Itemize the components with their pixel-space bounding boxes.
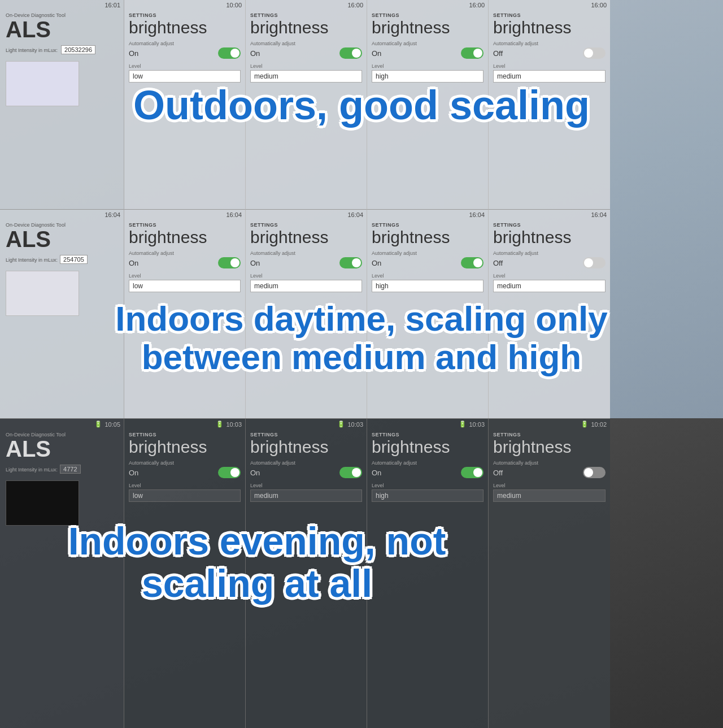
brightness-title-r1c4: brightness (372, 18, 484, 37)
auto-value-r3c2: On (129, 469, 138, 477)
level-value-r1c5: medium (493, 70, 606, 83)
auto-value-r2c4: On (372, 259, 381, 267)
toggle-r1c2[interactable] (218, 47, 241, 59)
level-value-r3c5: medium (493, 489, 606, 502)
toggle-r1c4[interactable] (461, 47, 484, 59)
als-title-r3c1: ALS (6, 437, 118, 460)
toggle-r2c2[interactable] (218, 257, 241, 268)
settings-panel-r2c3: 16:04 SETTINGS brightness Automatically … (246, 209, 367, 418)
settings-panel-r1c5: 16:00 SETTINGS brightness Automatically … (489, 0, 610, 209)
toggle-r3c2[interactable] (218, 467, 241, 478)
settings-panel-r3c2: 🔋 10:03 SETTINGS brightness Automaticall… (124, 418, 246, 728)
level-value-r1c3: medium (250, 70, 362, 83)
level-label-r1c5: Level (493, 63, 606, 69)
toggle-r3c4[interactable] (461, 467, 484, 478)
lux-label-r2c1: Light Intensity in mLux: (6, 257, 58, 263)
brightness-title-r1c2: brightness (129, 18, 241, 37)
auto-label-r1c5: Automatically adjust (493, 41, 606, 46)
toggle-r2c4[interactable] (461, 257, 484, 268)
brightness-title-r3c5: brightness (493, 437, 606, 457)
auto-value-r1c2: On (129, 49, 138, 58)
als-title-r2c1: ALS (6, 228, 118, 250)
battery-icon-r3c3: 🔋 (337, 421, 345, 428)
settings-label-r3c5: SETTINGS (493, 432, 606, 437)
auto-label-r1c4: Automatically adjust (372, 41, 484, 46)
auto-value-r3c3: On (250, 469, 260, 477)
als-panel-r1c1: 16:01 On-Device Diagnostic Tool ALS Ligh… (0, 0, 124, 209)
battery-icon-r3c4: 🔋 (459, 421, 467, 428)
time-r1c1: 16:01 (104, 2, 120, 8)
toggle-r2c3[interactable] (339, 257, 362, 268)
settings-label-r2c3: SETTINGS (250, 222, 362, 228)
settings-label-r1c5: SETTINGS (493, 12, 606, 18)
level-value-r2c5: medium (493, 280, 606, 292)
screen-preview-r1c1 (6, 61, 79, 106)
level-label-r2c5: Level (493, 273, 606, 279)
time-r3c5: 10:02 (591, 421, 607, 428)
time-r1c5: 16:00 (591, 2, 607, 8)
auto-label-r3c2: Automatically adjust (129, 460, 241, 466)
screen-preview-r2c1 (6, 271, 79, 316)
level-label-r3c3: Level (250, 483, 362, 488)
level-label-r2c3: Level (250, 273, 362, 279)
settings-label-r1c2: SETTINGS (129, 12, 241, 18)
settings-label-r1c3: SETTINGS (250, 12, 362, 18)
time-r3c3: 10:03 (347, 421, 363, 428)
time-r2c2: 16:04 (226, 211, 242, 218)
level-label-r1c3: Level (250, 63, 362, 69)
lux-label-r1c1: Light Intensity in mLux: (6, 47, 58, 53)
toggle-r1c5[interactable] (583, 47, 606, 59)
settings-panel-r1c2: 10:00 SETTINGS brightness Automatically … (124, 0, 246, 209)
toggle-r3c5[interactable] (583, 467, 606, 478)
auto-label-r2c4: Automatically adjust (372, 250, 484, 256)
level-label-r1c2: Level (129, 63, 241, 69)
settings-label-r3c3: SETTINGS (250, 432, 362, 437)
settings-panel-r3c4: 🔋 10:03 SETTINGS brightness Automaticall… (367, 418, 489, 728)
level-label-r1c4: Level (372, 63, 484, 69)
auto-value-r2c3: On (250, 259, 260, 267)
settings-label-r3c4: SETTINGS (372, 432, 484, 437)
brightness-title-r2c3: brightness (250, 228, 362, 247)
level-value-r1c2: low (129, 70, 241, 83)
level-label-r2c2: Level (129, 273, 241, 279)
settings-panel-r3c5: 🔋 10:02 SETTINGS brightness Automaticall… (489, 418, 610, 728)
battery-icon-r3c1: 🔋 (94, 421, 102, 428)
auto-value-r3c5: Off (493, 469, 503, 477)
lux-value-r1c1: 20532296 (61, 45, 95, 54)
auto-label-r2c5: Automatically adjust (493, 250, 606, 256)
level-value-r2c3: medium (250, 280, 362, 292)
time-r2c3: 16:04 (347, 211, 363, 218)
time-r1c3: 16:00 (347, 2, 363, 8)
time-r3c2: 10:03 (226, 421, 242, 428)
settings-label-r2c4: SETTINGS (372, 222, 484, 228)
time-r3c1: 10:05 (104, 421, 120, 428)
time-r3c4: 10:03 (469, 421, 485, 428)
toggle-r3c3[interactable] (339, 467, 362, 478)
level-value-r3c3: medium (250, 489, 362, 502)
auto-label-r1c3: Automatically adjust (250, 41, 362, 46)
level-value-r2c2: low (129, 280, 241, 292)
brightness-title-r2c2: brightness (129, 228, 241, 247)
brightness-title-r3c4: brightness (372, 437, 484, 457)
settings-label-r2c2: SETTINGS (129, 222, 241, 228)
auto-value-r2c5: Off (493, 259, 503, 267)
brightness-title-r2c4: brightness (372, 228, 484, 247)
lux-value-r2c1: 254705 (60, 255, 88, 264)
screen-preview-r3c1 (6, 480, 79, 526)
als-panel-r3c1: 🔋 10:05 On-Device Diagnostic Tool ALS Li… (0, 418, 124, 728)
auto-value-r3c4: On (372, 469, 381, 477)
toggle-r2c5[interactable] (583, 257, 606, 268)
level-label-r3c2: Level (129, 483, 241, 488)
brightness-title-r3c2: brightness (129, 437, 241, 457)
brightness-title-r1c5: brightness (493, 18, 606, 37)
auto-value-r1c3: On (250, 49, 260, 58)
settings-panel-r2c2: 16:04 SETTINGS brightness Automatically … (124, 209, 246, 418)
time-r2c4: 16:04 (469, 211, 485, 218)
auto-label-r2c3: Automatically adjust (250, 250, 362, 256)
als-panel-r2c1: 16:04 On-Device Diagnostic Tool ALS Ligh… (0, 209, 124, 418)
settings-label-r2c5: SETTINGS (493, 222, 606, 228)
settings-label-r1c4: SETTINGS (372, 12, 484, 18)
time-r1c4: 16:00 (469, 2, 485, 8)
toggle-r1c3[interactable] (339, 47, 362, 59)
brightness-title-r2c5: brightness (493, 228, 606, 247)
